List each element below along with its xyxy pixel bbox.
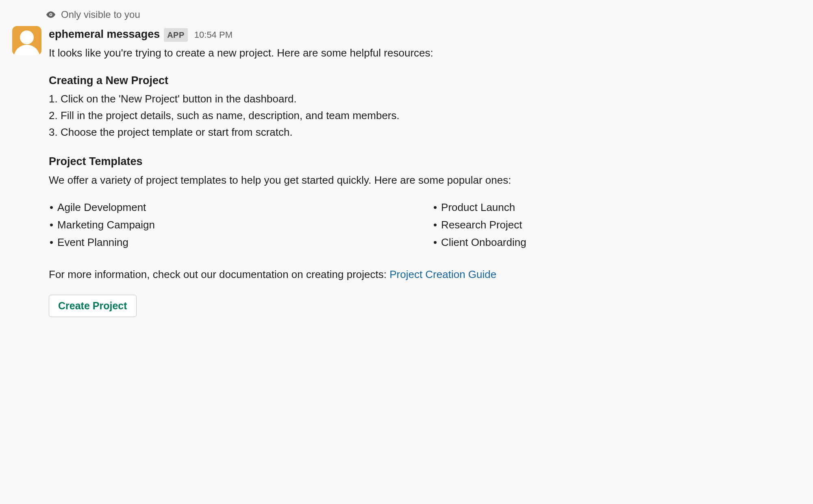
more-info: For more information, check out our docu… (49, 267, 801, 282)
eye-icon (46, 9, 56, 20)
sender-name[interactable]: ephemeral messages (49, 26, 160, 43)
message-content: ephemeral messages APP 10:54 PM It looks… (49, 26, 801, 317)
more-info-prefix: For more information, check out our docu… (49, 268, 389, 280)
bullet-icon: • (50, 217, 53, 233)
list-item: • Product Launch (433, 200, 801, 215)
template-name: Agile Development (57, 200, 146, 215)
bullet-icon: • (433, 200, 437, 215)
list-item: • Marketing Campaign (50, 217, 417, 233)
template-name: Research Project (441, 217, 522, 233)
section1-steps: 1. Click on the 'New Project' button in … (49, 91, 801, 140)
intro-text: It looks like you're trying to create a … (49, 45, 801, 61)
step-line: 1. Click on the 'New Project' button in … (49, 91, 801, 107)
create-project-button[interactable]: Create Project (49, 295, 137, 317)
sender-line: ephemeral messages APP 10:54 PM (49, 26, 801, 43)
template-name: Product Launch (441, 200, 515, 215)
bullet-icon: • (433, 217, 437, 233)
app-badge: APP (164, 28, 188, 42)
templates-col2: • Product Launch • Research Project • Cl… (433, 200, 801, 252)
timestamp[interactable]: 10:54 PM (194, 28, 233, 41)
ephemeral-notice: Only visible to you (46, 7, 801, 22)
ephemeral-notice-text: Only visible to you (61, 7, 140, 22)
svg-point-1 (50, 14, 52, 15)
step-line: 3. Choose the project template or start … (49, 124, 801, 140)
bullet-icon: • (50, 200, 53, 215)
section2-heading: Project Templates (49, 153, 801, 170)
list-item: • Agile Development (50, 200, 417, 215)
template-name: Client Onboarding (441, 235, 526, 250)
list-item: • Client Onboarding (433, 235, 801, 250)
step-line: 2. Fill in the project details, such as … (49, 108, 801, 124)
message-row: ephemeral messages APP 10:54 PM It looks… (12, 26, 801, 317)
section1-heading: Creating a New Project (49, 72, 801, 89)
bullet-icon: • (433, 235, 437, 250)
project-creation-guide-link[interactable]: Project Creation Guide (389, 268, 496, 280)
template-name: Event Planning (57, 235, 128, 250)
templates-col1: • Agile Development • Marketing Campaign… (50, 200, 417, 252)
template-name: Marketing Campaign (57, 217, 155, 233)
avatar[interactable] (12, 26, 41, 55)
templates-grid: • Agile Development • Marketing Campaign… (49, 200, 801, 252)
list-item: • Event Planning (50, 235, 417, 250)
list-item: • Research Project (433, 217, 801, 233)
section2-intro: We offer a variety of project templates … (49, 172, 801, 188)
bullet-icon: • (50, 235, 53, 250)
